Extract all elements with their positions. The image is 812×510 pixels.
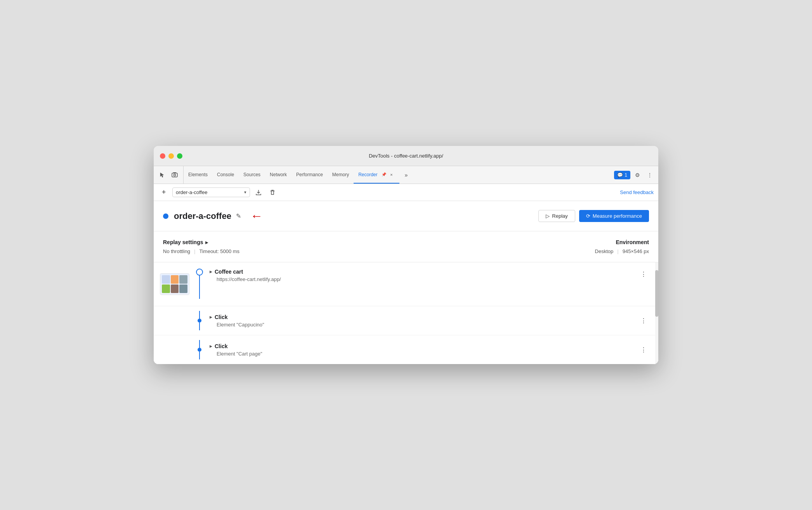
desktop-label: Desktop: [595, 248, 614, 254]
svg-rect-0: [172, 173, 177, 177]
step-line-top-2: [199, 340, 200, 348]
maximize-button[interactable]: [177, 153, 182, 159]
no-throttling-label: No throttling: [163, 248, 190, 254]
step-timeline-click1: [193, 311, 206, 330]
settings-left: Replay settings ▶ No throttling | Timeou…: [163, 239, 239, 254]
step-dot-click2: [198, 348, 201, 352]
devtools-window: DevTools - coffee-cart.netlify.app/ Elem…: [154, 146, 658, 364]
settings-details: No throttling | Timeout: 5000 ms: [163, 248, 239, 254]
environment-label: Environment: [595, 239, 649, 245]
title-bar: DevTools - coffee-cart.netlify.app/: [154, 146, 658, 166]
scrollbar-thumb[interactable]: [655, 270, 658, 317]
svg-rect-1: [173, 172, 176, 173]
step-expand-click1[interactable]: ▶: [210, 315, 212, 319]
tab-bar-right: 💬 1 ⚙ ⋮: [611, 166, 655, 184]
step-title-click2: Click: [215, 343, 227, 349]
recorder-pin-icon: 📌: [382, 172, 386, 177]
tab-performance[interactable]: Performance: [291, 166, 328, 184]
step-thumbnail-area: [154, 269, 193, 300]
svg-point-2: [174, 174, 176, 176]
main-content: order-a-coffee ✎ ← ▷ Replay ⟳ Measure pe…: [154, 201, 658, 364]
step-dot-navigate: [196, 269, 203, 276]
replay-settings-row: Replay settings ▶: [163, 239, 239, 245]
tab-recorder[interactable]: Recorder 📌 ×: [354, 166, 399, 184]
close-button[interactable]: [160, 153, 165, 159]
step-line-navigate: [199, 276, 200, 299]
replay-settings-label: Replay settings: [163, 239, 203, 245]
timeout-label: Timeout: 5000 ms: [199, 248, 239, 254]
step-line-bottom-1: [199, 323, 200, 330]
header-actions: ▷ Replay ⟳ Measure performance: [538, 210, 649, 222]
thumb-cell-3: [179, 275, 187, 284]
step-more-click2[interactable]: ⋮: [638, 344, 649, 355]
steps-container[interactable]: ▶ Coffee cart https://coffee-cart.netlif…: [154, 262, 658, 364]
settings-icon[interactable]: ⚙: [632, 170, 643, 180]
step-title-navigate: Coffee cart: [215, 269, 243, 275]
settings-expand-icon[interactable]: ▶: [205, 240, 208, 245]
tab-sources[interactable]: Sources: [239, 166, 265, 184]
recording-indicator: [163, 213, 168, 219]
step-more-click1[interactable]: ⋮: [638, 315, 649, 326]
step-content-click1: ▶ Click Element "Cappucino": [206, 314, 638, 328]
env-divider: |: [617, 248, 618, 254]
settings-divider: |: [194, 248, 195, 254]
red-arrow-annotation: ←: [250, 209, 263, 223]
edit-title-icon[interactable]: ✎: [236, 212, 241, 220]
toolbar: + order-a-coffee ▾ Send feedback: [154, 184, 658, 201]
step-timeline-click2: [193, 340, 206, 359]
step-dot-click1: [198, 319, 201, 323]
tab-elements[interactable]: Elements: [184, 166, 212, 184]
more-tabs-icon[interactable]: »: [401, 170, 412, 180]
step-expand-navigate[interactable]: ▶: [210, 270, 212, 274]
scrollbar-track: [655, 262, 658, 364]
thumb-cell-1: [162, 275, 170, 284]
step-line-top-1: [199, 311, 200, 319]
step-subtitle-click2: Element "Cart page": [217, 351, 638, 357]
settings-right: Environment Desktop | 945×546 px: [595, 239, 649, 254]
dropdown-chevron-icon: ▾: [244, 190, 246, 195]
environment-details: Desktop | 945×546 px: [595, 248, 649, 254]
thumb-cell-6: [179, 284, 187, 293]
step-more-navigate[interactable]: ⋮: [638, 269, 649, 279]
tab-network[interactable]: Network: [265, 166, 291, 184]
screenshot-icon[interactable]: [169, 170, 180, 180]
step-title-click1: Click: [215, 314, 227, 320]
step-expand-click2[interactable]: ▶: [210, 344, 212, 348]
delete-recording-button[interactable]: [267, 187, 278, 198]
step-subtitle-navigate: https://coffee-cart.netlify.app/: [217, 276, 638, 282]
minimize-button[interactable]: [168, 153, 174, 159]
export-recording-button[interactable]: [253, 187, 264, 198]
resolution-label: 945×546 px: [623, 248, 649, 254]
step-line-bottom-2: [199, 352, 200, 359]
measure-performance-button[interactable]: ⟳ Measure performance: [579, 210, 649, 222]
tab-bar-tools: [157, 166, 184, 184]
tab-console[interactable]: Console: [212, 166, 239, 184]
step-click-cartpage: ▶ Click Element "Cart page" ⋮: [154, 335, 658, 364]
traffic-lights: [160, 153, 182, 159]
thumb-cell-5: [171, 284, 179, 293]
step-subtitle-click1: Element "Cappucino": [217, 322, 638, 328]
play-icon: ▷: [546, 213, 550, 219]
notifications-button[interactable]: 💬 1: [614, 171, 630, 179]
step-content-click2: ▶ Click Element "Cart page": [206, 343, 638, 357]
more-options-icon[interactable]: ⋮: [644, 170, 655, 180]
thumb-cell-2: [171, 275, 179, 284]
tab-bar: Elements Console Sources Network Perform…: [154, 166, 658, 184]
chat-icon: 💬: [617, 172, 623, 178]
cursor-icon[interactable]: [157, 170, 168, 180]
tabs: Elements Console Sources Network Perform…: [184, 166, 611, 184]
step-title-row-click1: ▶ Click: [210, 314, 638, 320]
step-thumbnail: [160, 273, 189, 295]
step-click-cappucino: ▶ Click Element "Cappucino" ⋮: [154, 306, 658, 335]
tab-memory[interactable]: Memory: [328, 166, 354, 184]
send-feedback-link[interactable]: Send feedback: [620, 189, 654, 195]
step-title-row-navigate: ▶ Coffee cart: [210, 269, 638, 275]
recording-selector[interactable]: order-a-coffee ▾: [172, 187, 250, 197]
recorder-close-button[interactable]: ×: [389, 172, 395, 178]
measure-icon: ⟳: [586, 213, 590, 219]
thumb-cell-4: [162, 284, 170, 293]
window-title: DevTools - coffee-cart.netlify.app/: [369, 153, 443, 159]
recording-title: order-a-coffee: [174, 211, 231, 221]
replay-button[interactable]: ▷ Replay: [538, 210, 575, 222]
add-recording-button[interactable]: +: [158, 187, 169, 198]
